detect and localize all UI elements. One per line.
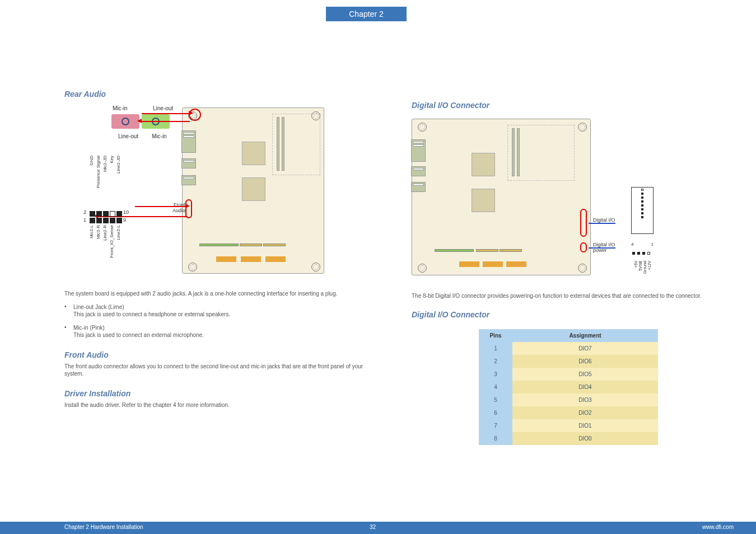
footer-url: www.dfi.com <box>702 524 734 530</box>
pin-10: 10 <box>123 209 129 215</box>
left-board-diagram: Mic-in Line-out Line-out Mic-in Front Au… <box>120 102 328 275</box>
pin-1: 1 <box>83 217 86 223</box>
driver-install-para: Install the audio driver. Refer to the c… <box>64 401 378 409</box>
vlabel-gnd: GND <box>89 156 94 166</box>
vlabel-ground: Ground <box>643 261 647 274</box>
arrow-line-out <box>142 113 190 114</box>
label-mic-in-top: Mic-in <box>113 105 128 111</box>
heading-dio: Digital I/O Connector <box>412 101 708 110</box>
front-audio-pinheader-bot <box>89 218 123 223</box>
pin-2: 2 <box>83 209 86 215</box>
bullet-line-out: • Line-out Jack (Lime) This jack is used… <box>64 303 378 318</box>
label-dio-power: Digital I/O power <box>593 242 619 253</box>
vlabel-line2r: Line2-R <box>102 225 108 241</box>
th-assign: Assignment <box>512 329 658 342</box>
heading-dio-settings: Digital I/O Connector <box>412 310 708 319</box>
dio-power-highlight <box>580 242 587 252</box>
vlabel-line2jd: Line2-JD <box>116 156 121 174</box>
chapter-tab: Chapter 2 <box>326 7 407 21</box>
vlabel-line2l: Line2-L <box>116 225 121 240</box>
vlabel-frontiosense: Front_IO_Sense <box>109 225 114 258</box>
dio-highlight <box>580 209 587 237</box>
label-line-out-bot: Line-out <box>118 133 138 139</box>
bullet-mic-in-title: Mic-in (Pink) <box>73 325 105 331</box>
table-row: 8DIO0 <box>479 432 658 445</box>
footer-page: 32 <box>370 524 376 530</box>
dio-pin-box <box>631 187 654 234</box>
label-mic-in-bot: Mic-in <box>152 133 167 139</box>
heading-driver-install: Driver Installation <box>64 389 378 398</box>
left-column: Rear Audio <box>64 78 378 409</box>
front-audio-para: The front audio connector allows you to … <box>64 363 378 378</box>
footer-chapter: Chapter 2 Hardware Installation <box>64 524 143 530</box>
label-dio: Digital I/O <box>593 217 615 223</box>
front-audio-pinheader-top <box>89 211 123 217</box>
rear-audio-para: The system board is equipped with 2 audi… <box>64 290 378 298</box>
heading-rear-audio: Rear Audio <box>64 90 378 99</box>
mic-in-jack <box>111 114 139 129</box>
table-row: 3DIO5 <box>479 368 658 381</box>
table-row: 2DIO6 <box>479 355 658 368</box>
power-nums: 41 <box>631 242 654 247</box>
vlabel-key: Key <box>109 156 114 163</box>
vlabel-mic2l: Mic2-L <box>89 225 94 238</box>
th-pins: Pins <box>479 329 512 342</box>
heading-front-audio: Front Audio <box>64 350 378 359</box>
bullet-line-out-body: This jack is used to connect a headphone… <box>73 311 230 317</box>
table-row: 4DIO4 <box>479 381 658 394</box>
vlabel-presence: Presence Signal <box>96 156 101 188</box>
bullet-line-out-title: Line-out Jack (Lime) <box>73 304 124 310</box>
dio-para: The 8-bit Digital I/O connector provides… <box>412 292 708 300</box>
table-row: 1DIO7 <box>479 342 658 355</box>
vlabel-mic2jd: Mic2-JD <box>102 156 108 172</box>
table-row: 7DIO1 <box>479 419 658 432</box>
dio-power-row <box>631 249 654 257</box>
right-board-diagram: Digital I/O Digital I/O power 41 +5V 5VS… <box>412 113 619 281</box>
table-row: 6DIO2 <box>479 406 658 419</box>
footer: Chapter 2 Hardware Installation 32 www.d… <box>0 522 756 534</box>
dio-table: Pins Assignment 1DIO7 2DIO6 3DIO5 4DIO4 … <box>479 329 658 445</box>
vlabel-mic2r: Mic2-R <box>96 225 101 239</box>
right-column: Digital I/O Connector <box>412 101 708 445</box>
pin-9: 9 <box>123 217 126 223</box>
label-line-out-top: Line-out <box>153 105 173 111</box>
vlabel-5vsb: 5VSB <box>638 261 642 271</box>
arrow-mic-in <box>142 121 190 122</box>
table-row: 5DIO3 <box>479 394 658 406</box>
vlabel-5v: +5V <box>634 261 638 268</box>
front-audio-label: Front Audio <box>163 203 185 214</box>
bullet-mic-in: • Mic-in (Pink) This jack is used to con… <box>64 324 378 339</box>
front-audio-highlight <box>185 199 192 218</box>
bullet-mic-in-body: This jack is used to connect an external… <box>73 332 204 338</box>
vlabel-12v: +12V <box>647 261 651 270</box>
